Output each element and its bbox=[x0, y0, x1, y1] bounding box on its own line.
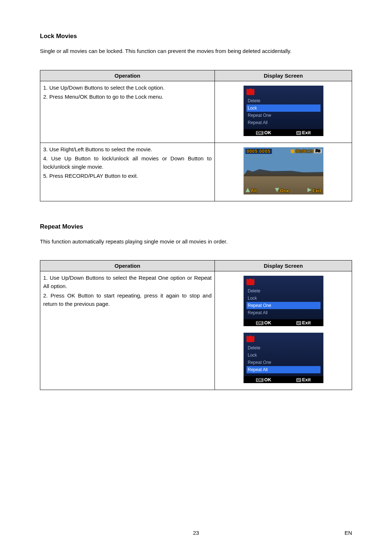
col-header-display: Display Screen bbox=[215, 260, 352, 271]
menu-item-repeat-one: Repeat One bbox=[246, 302, 320, 309]
elapsed-time: 00:06:10 bbox=[295, 149, 313, 154]
table-row: 1. Use Up/Down Buttons to select the Rep… bbox=[40, 271, 352, 390]
footer-exit-label: Exit bbox=[302, 130, 311, 135]
table-row: 3. Use Right/Left Buttons to select the … bbox=[40, 143, 352, 201]
footer-bar: OKOK ↩Exit bbox=[244, 129, 323, 136]
movie-icon bbox=[246, 279, 254, 285]
return-icon: ↩ bbox=[296, 378, 301, 382]
down-icon bbox=[275, 188, 279, 192]
return-icon: ↩ bbox=[296, 321, 301, 325]
footer-exit-label: Exit bbox=[302, 320, 311, 325]
heading-lock-movies: Lock Movies bbox=[40, 33, 352, 40]
return-icon: ↩ bbox=[296, 131, 301, 135]
menu-item-repeat-one: Repeat One bbox=[246, 112, 320, 119]
paragraph-repeat-lead: This function automatically repeats play… bbox=[40, 238, 352, 246]
menu-item-repeat-all: Repeat All bbox=[246, 366, 320, 373]
footer-exit-label: Exit bbox=[302, 377, 311, 382]
ok-pill: OK bbox=[256, 321, 264, 325]
footer-ok-label: OK bbox=[264, 320, 271, 325]
menu-item-repeat-one: Repeat One bbox=[246, 359, 320, 366]
col-header-display: Display Screen bbox=[215, 70, 352, 81]
cell-display: Delete Lock Repeat One Repeat All OKOK ↩… bbox=[215, 81, 352, 143]
list-item: 4. Use Up Button to lock/unlock all movi… bbox=[43, 154, 212, 171]
label-exit: Exit bbox=[313, 188, 321, 193]
menu-item-lock: Lock bbox=[246, 295, 320, 302]
right-icon bbox=[307, 188, 312, 192]
menu-item-delete: Delete bbox=[246, 287, 320, 295]
instruction-list: 1. Use Up/Down Buttons to select the Rep… bbox=[43, 274, 212, 308]
display-screen-lock-menu: Delete Lock Repeat One Repeat All OKOK ↩… bbox=[244, 86, 323, 136]
page-language: EN bbox=[344, 530, 352, 536]
frame-counter: 0005 0005 bbox=[245, 148, 273, 154]
footer-bar: OKOK ↩Exit bbox=[244, 376, 323, 383]
col-header-operation: Operation bbox=[40, 70, 215, 81]
display-screen-playback: 0005 0005 00:06:10 FH All One Exi bbox=[244, 147, 323, 194]
quality-badge: FH bbox=[314, 149, 322, 153]
label-one: One bbox=[280, 188, 289, 193]
menu-item-lock: Lock bbox=[246, 352, 320, 359]
cell-operation: 3. Use Right/Left Buttons to select the … bbox=[40, 143, 215, 201]
table-lock: Operation Display Screen 1. Use Up/Down … bbox=[40, 70, 352, 201]
menu-item-lock: Lock bbox=[246, 104, 320, 112]
table-row: Operation Display Screen bbox=[40, 70, 352, 81]
menu-item-delete: Delete bbox=[246, 97, 320, 104]
footer-ok-label: OK bbox=[264, 130, 271, 135]
menu-item-delete: Delete bbox=[246, 344, 320, 352]
menu-item-repeat-all: Repeat All bbox=[246, 309, 320, 316]
page-footer: 23 EN bbox=[40, 530, 352, 536]
label-all: All bbox=[251, 188, 257, 193]
footer-bar: OKOK ↩Exit bbox=[244, 319, 323, 326]
instruction-list: 1. Use Up/Down Buttons to select the Loc… bbox=[43, 83, 212, 101]
list-item: 1. Use Up/Down Buttons to select the Rep… bbox=[43, 274, 212, 291]
display-screen-repeat-one: Delete Lock Repeat One Repeat All OKOK ↩… bbox=[244, 276, 323, 326]
list-item: 2. Press OK Button to start repeating, p… bbox=[43, 291, 212, 308]
table-repeat: Operation Display Screen 1. Use Up/Down … bbox=[40, 260, 352, 390]
lock-icon bbox=[291, 149, 294, 153]
menu-item-repeat-all: Repeat All bbox=[246, 119, 320, 126]
ok-pill: OK bbox=[256, 131, 264, 135]
up-icon bbox=[246, 188, 250, 192]
movie-icon bbox=[246, 336, 254, 342]
cell-operation: 1. Use Up/Down Buttons to select the Loc… bbox=[40, 81, 215, 143]
cell-display: Delete Lock Repeat One Repeat All OKOK ↩… bbox=[215, 271, 352, 390]
movie-icon bbox=[246, 89, 254, 95]
display-screen-repeat-all: Delete Lock Repeat One Repeat All OKOK ↩… bbox=[244, 333, 323, 383]
list-item: 2. Press Menu/OK Button to go to the Loc… bbox=[43, 93, 212, 101]
instruction-list: 3. Use Right/Left Buttons to select the … bbox=[43, 145, 212, 180]
list-item: 5. Press RECORD/PLAY Button to exit. bbox=[43, 172, 212, 180]
ok-pill: OK bbox=[256, 378, 264, 382]
heading-repeat-movies: Repeat Movies bbox=[40, 223, 352, 230]
table-row: 1. Use Up/Down Buttons to select the Loc… bbox=[40, 81, 352, 143]
footer-ok-label: OK bbox=[264, 377, 271, 382]
paragraph-lock-lead: Single or all movies can be locked. This… bbox=[40, 47, 352, 56]
cell-display: 0005 0005 00:06:10 FH All One Exi bbox=[215, 143, 352, 201]
table-row: Operation Display Screen bbox=[40, 260, 352, 271]
cell-operation: 1. Use Up/Down Buttons to select the Rep… bbox=[40, 271, 215, 390]
list-item: 3. Use Right/Left Buttons to select the … bbox=[43, 145, 212, 153]
col-header-operation: Operation bbox=[40, 260, 215, 271]
page: Lock Movies Single or all movies can be … bbox=[0, 0, 392, 554]
page-number: 23 bbox=[193, 530, 199, 536]
list-item: 1. Use Up/Down Buttons to select the Loc… bbox=[43, 83, 212, 92]
